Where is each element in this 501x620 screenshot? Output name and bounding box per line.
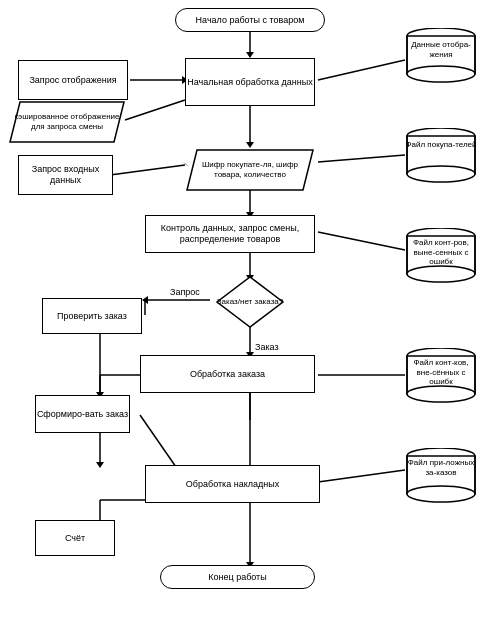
input-data-node: Запрос входных данных [18,155,113,195]
start-node: Начало работы с товаром [175,8,325,32]
svg-point-53 [407,166,475,182]
end-node: Конец работы [160,565,315,589]
init-processing-node: Начальная обработка данных [185,58,315,106]
svg-point-68 [407,486,475,502]
display-entry-node: Запрос отображения [18,60,128,100]
cipher-info-node: Шифр покупате-ля, шифр товара, количеств… [185,148,315,192]
bill-node: Счёт [35,520,115,556]
cached-display-node: кэшированное отображение для запроса сме… [8,100,126,144]
svg-point-63 [407,386,475,402]
db-errors1-node: Файл конт-ров, выне-сенных с ошибк [405,228,477,283]
format-order-node: Сформиро-вать заказ [35,395,130,433]
svg-point-58 [407,266,475,282]
control-node: Контроль данных, запрос смены, распредел… [145,215,315,253]
check-order-node: Проверить заказ [42,298,142,334]
svg-line-35 [318,60,405,80]
process-order-node: Обработка заказа [140,355,315,393]
flowchart-diagram: Запрос Заказ [0,0,501,620]
order-question-node: Заказ/нет заказа? [215,275,285,330]
db-buyer-node: Файл покупа-телей [405,128,477,183]
svg-point-48 [407,66,475,82]
db-errors2-node: Файл конт-ков, вне-сённых с ошибк [405,348,477,403]
db-appendix-node: Файл при-ложных за-казов [405,448,477,503]
process-payments-node: Обработка накладных [145,465,320,503]
db-display-node: Данные отобра-жения [405,28,477,83]
